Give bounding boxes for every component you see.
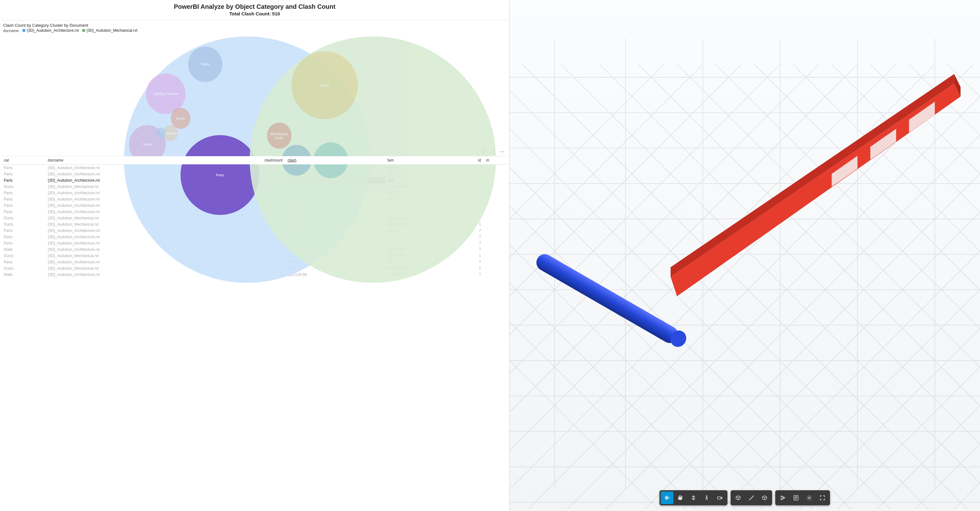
cell-cat: Ducts: [1, 221, 45, 227]
cell-cat: Parts: [1, 196, 45, 202]
cell-id: 7: [460, 259, 484, 265]
highlighted-elements: [509, 0, 980, 509]
toolbar-group: [730, 490, 772, 505]
category-bubble[interactable]: Mechanical Equip.: [267, 122, 291, 148]
fullscreen-icon[interactable]: [816, 492, 829, 504]
cell-m: [484, 209, 508, 215]
bubble-label: Walls: [188, 46, 223, 83]
legend-field-label: docname: [3, 29, 19, 33]
cell-m: [484, 271, 508, 278]
bubble-chart-title: Clash Count by Category Cluster by Docum…: [3, 23, 506, 28]
explode-icon[interactable]: [758, 492, 771, 504]
report-subtitle: Total Clash Count: 510: [1, 11, 508, 16]
category-bubble[interactable]: Ducts: [291, 51, 358, 119]
viewer-toolbar: [660, 490, 830, 505]
cell-m: [484, 259, 508, 265]
cell-cat: Ducts: [1, 265, 45, 271]
legend-text: {3D}_Audubon_Mechanical.rvt: [86, 28, 137, 33]
legend-item[interactable]: {3D}_Audubon_Mechanical.rvt: [82, 28, 137, 33]
report-header: PowerBI Analyze by Object Category and C…: [1, 1, 508, 17]
cell-cat: Parts: [1, 234, 45, 240]
column-header[interactable]: cat: [1, 156, 45, 165]
highlight-element-blue: [533, 251, 689, 350]
section-box-icon[interactable]: [732, 492, 745, 504]
svg-point-105: [706, 495, 707, 496]
orbit-icon[interactable]: [661, 492, 673, 504]
measure-icon[interactable]: [745, 492, 758, 504]
svg-point-3: [504, 151, 504, 152]
svg-point-108: [808, 497, 810, 499]
column-header[interactable]: clash: [285, 156, 385, 165]
powerbi-pane: PowerBI Analyze by Object Category and C…: [0, 0, 509, 511]
cell-cat: Parts: [1, 171, 45, 177]
column-header[interactable]: m: [484, 156, 508, 165]
svg-point-104: [667, 497, 668, 498]
bubble-label: Parts: [181, 135, 259, 215]
pan-icon[interactable]: [674, 492, 687, 504]
cell-m: [484, 215, 508, 221]
column-header[interactable]: docname: [45, 156, 216, 165]
svg-point-1: [501, 151, 501, 152]
category-bubble[interactable]: Walls: [188, 46, 223, 83]
cell-id: 1: [460, 265, 484, 271]
cell-id: 1: [460, 253, 484, 259]
cell-cat: Parts: [1, 177, 45, 184]
bubble-label: Mechanical Equip.: [267, 122, 291, 148]
report-title: PowerBI Analyze by Object Category and C…: [1, 3, 508, 10]
cell-m: [484, 240, 508, 246]
bubble-label: Ducts: [291, 51, 358, 119]
cell-m: [484, 246, 508, 253]
highlight-element-red: [671, 74, 961, 296]
cell-m: [484, 221, 508, 227]
cell-cat: Walls: [1, 246, 45, 253]
camera-icon[interactable]: [714, 492, 726, 504]
cell-docname: {3D}_Audubon_Architecture.rvt: [45, 271, 216, 278]
zoom-icon[interactable]: [687, 492, 700, 504]
cell-cat: Parts: [1, 209, 45, 215]
column-header[interactable]: fam: [385, 156, 460, 165]
cell-cat: Parts: [1, 202, 45, 209]
table-header-row: catdocnameclashcountclashfamidm: [1, 156, 508, 165]
cell-m: [484, 227, 508, 234]
bubble-chart[interactable]: PartsLighting FixturesMassWallsRoofsCeil…: [3, 34, 506, 148]
cell-m: [484, 265, 508, 271]
svg-point-2: [502, 151, 503, 152]
settings-icon[interactable]: [803, 492, 816, 504]
cell-cat: Ducts: [1, 215, 45, 221]
cell-cat: Parts: [1, 240, 45, 246]
cell-cat: Walls: [1, 271, 45, 278]
svg-marker-97: [671, 74, 955, 277]
model-tree-icon[interactable]: [776, 492, 789, 504]
svg-rect-102: [533, 251, 681, 346]
legend-swatch: [82, 29, 85, 32]
properties-icon[interactable]: [790, 492, 802, 504]
toolbar-group: [660, 490, 727, 505]
column-header[interactable]: clashcount: [216, 156, 285, 165]
legend-item[interactable]: {3D}_Audubon_Architecture.rvt: [22, 28, 79, 33]
cell-cat: Ducts: [1, 184, 45, 190]
cell-m: [484, 253, 508, 259]
toolbar-group: [775, 490, 830, 505]
cell-id: 7: [460, 246, 484, 253]
chart-legend: docname {3D}_Audubon_Architecture.rvt{3D…: [3, 28, 506, 33]
legend-text: {3D}_Audubon_Architecture.rvt: [27, 28, 79, 33]
bubble-chart-card: Clash Count by Category Cluster by Docum…: [1, 20, 508, 148]
cell-cat: Ducts: [1, 253, 45, 259]
cell-cat: Parts: [1, 227, 45, 234]
cell-id: 7: [460, 271, 484, 278]
more-options-icon[interactable]: [500, 149, 505, 155]
column-header[interactable]: id: [460, 156, 484, 165]
forge-viewer[interactable]: [509, 0, 980, 511]
cell-cat: Parts: [1, 190, 45, 196]
cell-m: [484, 234, 508, 240]
cell-cat: Parts: [1, 165, 45, 171]
legend-swatch: [22, 29, 25, 32]
cell-cat: Parts: [1, 259, 45, 265]
svg-rect-106: [718, 497, 721, 499]
walk-icon[interactable]: [700, 492, 713, 504]
category-bubble[interactable]: Parts: [181, 135, 259, 215]
